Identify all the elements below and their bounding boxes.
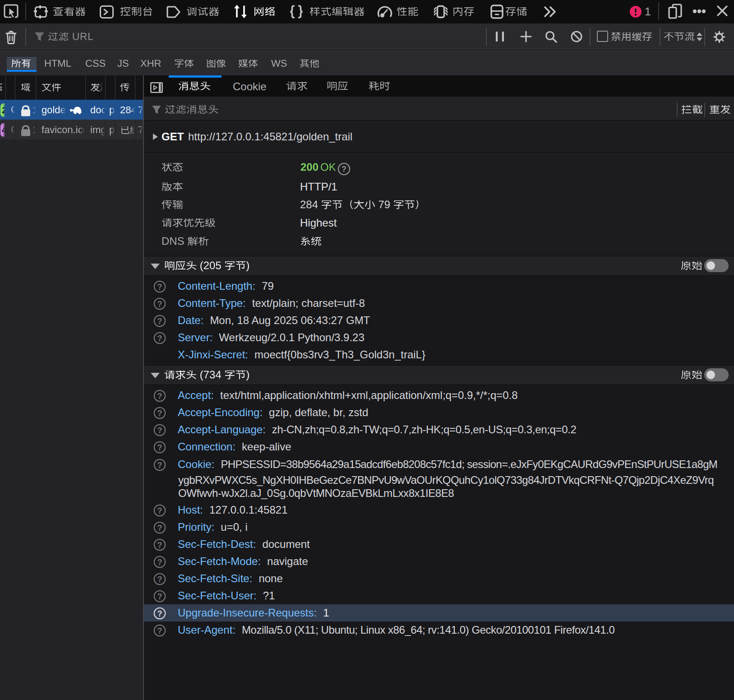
svg-text:?: ? [157, 317, 162, 326]
svg-text:?: ? [157, 558, 162, 567]
svg-text:?: ? [157, 443, 162, 452]
svg-text:?: ? [157, 409, 162, 418]
svg-text:?: ? [157, 461, 162, 470]
svg-text:?: ? [342, 165, 346, 174]
svg-text:?: ? [157, 283, 162, 292]
svg-text:?: ? [157, 392, 162, 401]
svg-text:?: ? [157, 334, 162, 343]
svg-text:?: ? [157, 426, 162, 435]
svg-text:?: ? [157, 626, 162, 635]
svg-text:?: ? [157, 592, 162, 601]
svg-text:?: ? [157, 609, 162, 618]
svg-text:?: ? [157, 506, 162, 515]
svg-text:?: ? [157, 541, 162, 550]
svg-text:?: ? [157, 575, 162, 584]
svg-text:?: ? [157, 524, 162, 533]
svg-text:?: ? [157, 300, 162, 309]
